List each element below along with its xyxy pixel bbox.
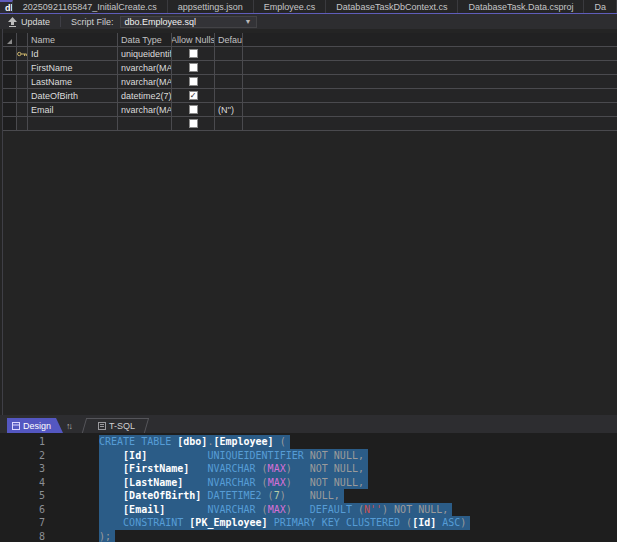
tab-design[interactable]: Design — [7, 418, 63, 433]
code-line[interactable]: 1 CREATE TABLE [dbo].[Employee] ( — [0, 435, 617, 449]
code-text: [Id] UNIQUEIDENTIFIER NOT NULL, — [99, 449, 368, 463]
grid-header-row: Name Data Type Allow Nulls Default — [3, 33, 617, 47]
cell-name[interactable] — [28, 117, 118, 130]
swap-panes-icon[interactable]: ↑↓ — [66, 421, 71, 431]
line-number: 1 — [0, 435, 45, 449]
line-number: 4 — [0, 476, 45, 490]
cell-filler — [243, 61, 617, 74]
cell-data-type[interactable]: datetime2(7) — [118, 89, 172, 102]
cell-data-type[interactable] — [118, 117, 172, 130]
tab-dbo-employee-design[interactable]: dbo.Employee [Design] ✕ — [0, 0, 13, 13]
tab-tsql[interactable]: T-SQL — [84, 418, 147, 433]
column-header-allow-nulls[interactable]: Allow Nulls — [172, 33, 215, 46]
line-number: 5 — [0, 489, 45, 503]
document-tab[interactable]: appsettings.json — [168, 0, 254, 13]
designer-toolbar: Update Script File: dbo.Employee.sql ▼ — [0, 14, 617, 29]
update-button[interactable]: Update — [0, 14, 58, 29]
allow-nulls-checkbox[interactable]: ✓ — [189, 63, 198, 72]
table-row[interactable]: Id uniqueidentifier ✓ — [3, 47, 617, 61]
column-header-default[interactable]: Default — [215, 33, 243, 46]
cell-allow-nulls[interactable]: ✓ — [172, 89, 215, 102]
active-tab-label: dbo.Employee [Design] — [5, 3, 13, 13]
row-selector-cell[interactable] — [3, 47, 17, 60]
table-row[interactable]: DateOfBirth datetime2(7) ✓ — [3, 89, 617, 103]
row-indicator-cell — [17, 117, 28, 130]
row-selector-cell[interactable] — [3, 75, 17, 88]
code-line[interactable]: 6 [Email] NVARCHAR (MAX) DEFAULT (N'') N… — [0, 503, 617, 517]
document-tab-label: 20250921165847_InitialCreate.cs — [23, 2, 157, 12]
line-number: 3 — [0, 462, 45, 476]
cell-default[interactable] — [215, 61, 243, 74]
tsql-editor[interactable]: 1 CREATE TABLE [dbo].[Employee] ( 2 [Id]… — [0, 433, 617, 542]
grid-header-filler — [243, 33, 617, 46]
allow-nulls-checkbox[interactable]: ✓ — [189, 77, 198, 86]
row-selector-cell[interactable] — [3, 117, 17, 130]
line-number: 7 — [0, 516, 45, 530]
document-tab-label: Employee.cs — [264, 2, 316, 12]
cell-data-type[interactable]: nvarchar(MAX) — [118, 75, 172, 88]
cell-allow-nulls[interactable]: ✓ — [172, 103, 215, 116]
cell-default[interactable] — [215, 75, 243, 88]
grid-body: Id uniqueidentifier ✓ FirstName nvarchar… — [3, 47, 617, 131]
document-tab[interactable]: Da — [584, 0, 617, 13]
allow-nulls-checkbox[interactable]: ✓ — [189, 105, 198, 114]
cell-data-type[interactable]: nvarchar(MAX) — [118, 103, 172, 116]
line-number: 2 — [0, 449, 45, 463]
cell-allow-nulls[interactable]: ✓ — [172, 61, 215, 74]
allow-nulls-checkbox[interactable]: ✓ — [189, 91, 198, 100]
code-text: ); — [99, 530, 115, 542]
table-row[interactable]: LastName nvarchar(MAX) ✓ — [3, 75, 617, 89]
cell-allow-nulls[interactable]: ✓ — [172, 117, 215, 130]
row-indicator-cell — [17, 103, 28, 116]
cell-allow-nulls[interactable]: ✓ — [172, 47, 215, 60]
table-row[interactable]: FirstName nvarchar(MAX) ✓ — [3, 61, 617, 75]
row-selector-cell[interactable] — [3, 61, 17, 74]
cell-name[interactable]: LastName — [28, 75, 118, 88]
table-row[interactable]: ✓ — [3, 117, 617, 131]
script-file-label: Script File: — [63, 17, 120, 27]
code-line[interactable]: 8 ); — [0, 530, 617, 542]
cell-allow-nulls[interactable]: ✓ — [172, 75, 215, 88]
row-selector-cell[interactable] — [3, 103, 17, 116]
document-tab-bar: dbo.Employee [Design] ✕ 20250921165847_I… — [0, 0, 617, 14]
column-header-name[interactable]: Name — [28, 33, 118, 46]
primary-key-icon — [17, 51, 27, 57]
update-icon — [8, 17, 17, 27]
cell-default[interactable] — [215, 117, 243, 130]
script-file-value: dbo.Employee.sql — [125, 17, 197, 27]
code-line[interactable]: 5 [DateOfBirth] DATETIME2 (7) NULL, — [0, 489, 617, 503]
code-text: [LastName] NVARCHAR (MAX) NOT NULL, — [99, 476, 368, 490]
cell-name[interactable]: Email — [28, 103, 118, 116]
cell-default[interactable]: (N'') — [215, 103, 243, 116]
script-file-dropdown[interactable]: dbo.Employee.sql ▼ — [120, 16, 257, 28]
inactive-tabs: 20250921165847_InitialCreate.cs appsetti… — [13, 0, 617, 13]
document-tab-label: appsettings.json — [178, 2, 243, 12]
code-line[interactable]: 7 CONSTRAINT [PK_Employee] PRIMARY KEY C… — [0, 516, 617, 530]
allow-nulls-checkbox[interactable]: ✓ — [189, 49, 198, 58]
design-tab-label: Design — [23, 421, 51, 431]
cell-data-type[interactable]: nvarchar(MAX) — [118, 61, 172, 74]
row-selector-cell[interactable] — [3, 89, 17, 102]
code-line[interactable]: 3 [FirstName] NVARCHAR (MAX) NOT NULL, — [0, 462, 617, 476]
cell-default[interactable] — [215, 89, 243, 102]
cell-filler — [243, 47, 617, 60]
cell-name[interactable]: Id — [28, 47, 118, 60]
document-tab-label: DatabaseTask.Data.csproj — [468, 2, 573, 12]
allow-nulls-checkbox[interactable]: ✓ — [189, 119, 198, 128]
column-header-data-type[interactable]: Data Type — [118, 33, 172, 46]
code-text: [Email] NVARCHAR (MAX) DEFAULT (N'') NOT… — [99, 503, 452, 517]
cell-data-type[interactable]: uniqueidentifier — [118, 47, 172, 60]
document-tab[interactable]: 20250921165847_InitialCreate.cs — [13, 0, 168, 13]
code-line[interactable]: 2 [Id] UNIQUEIDENTIFIER NOT NULL, — [0, 449, 617, 463]
table-row[interactable]: Email nvarchar(MAX) ✓ (N'') — [3, 103, 617, 117]
code-line[interactable]: 4 [LastName] NVARCHAR (MAX) NOT NULL, — [0, 476, 617, 490]
row-indicator-cell — [17, 75, 28, 88]
document-tab[interactable]: Employee.cs — [254, 0, 327, 13]
cell-name[interactable]: FirstName — [28, 61, 118, 74]
grid-corner-cell[interactable] — [3, 33, 17, 46]
code-text: [FirstName] NVARCHAR (MAX) NOT NULL, — [99, 462, 368, 476]
document-tab[interactable]: DatabaseTask.Data.csproj — [458, 0, 584, 13]
cell-default[interactable] — [215, 47, 243, 60]
document-tab[interactable]: DatabaseTaskDbContext.cs — [326, 0, 458, 13]
cell-name[interactable]: DateOfBirth — [28, 89, 118, 102]
